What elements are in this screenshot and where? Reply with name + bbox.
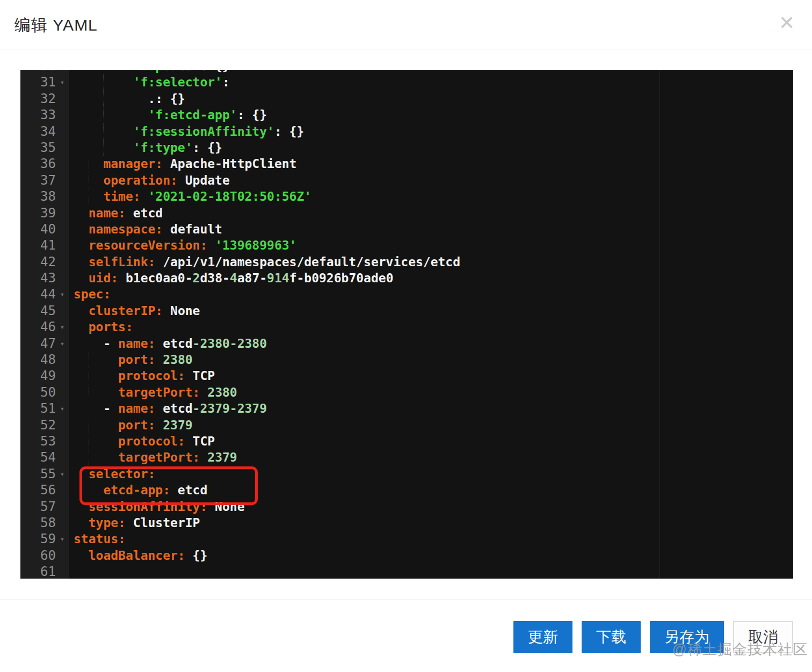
fold-gutter-slot (56, 237, 69, 253)
code-line: 45 clusterIP: None (20, 303, 793, 319)
fold-gutter-slot (56, 564, 69, 579)
code-line: 56 etcd-app: etcd (20, 482, 793, 498)
code-line: 49 protocol: TCP (20, 368, 793, 384)
close-button[interactable]: ✕ (774, 11, 799, 35)
code-text: uid: b1ec0aa0-2d38-4a87-914f-b0926b70ade… (69, 270, 793, 286)
code-line: 38 time: '2021-02-18T02:50:56Z' (20, 188, 793, 204)
code-text: protocol: TCP (69, 433, 793, 449)
code-text: selector: (69, 466, 793, 482)
line-number: 32 (20, 91, 56, 107)
code-text: namespace: default (69, 221, 793, 237)
code-text: 'f:type': {} (69, 140, 793, 156)
code-text: 'f:ports': {} (69, 70, 793, 74)
fold-gutter-slot (56, 91, 69, 107)
fold-gutter-slot (56, 384, 69, 400)
code-text: - name: etcd-2379-2379 (69, 400, 793, 417)
fold-arrow-icon[interactable]: ▾ (56, 466, 69, 482)
line-number: 40 (20, 221, 56, 237)
indent-guide (89, 156, 89, 172)
code-line: 55▾ selector: (20, 466, 793, 482)
code-text: 'f:etcd-app': {} (69, 107, 793, 123)
footer-buttons: 更新下载另存为取消 (513, 621, 793, 653)
indent-guide (103, 91, 104, 107)
fold-arrow-icon[interactable]: ▾ (56, 335, 69, 352)
fold-gutter-slot (56, 156, 69, 172)
line-number: 52 (20, 417, 56, 433)
indent-guide (89, 368, 89, 384)
fold-gutter-slot (56, 205, 69, 221)
code-text: 'f:selector': (69, 74, 793, 90)
fold-arrow-icon[interactable]: ▾ (56, 531, 69, 547)
line-number: 30 (20, 70, 56, 74)
line-number: 36 (20, 156, 56, 172)
fold-gutter-slot (56, 482, 69, 498)
close-icon: ✕ (774, 11, 799, 35)
line-number: 34 (20, 123, 56, 140)
code-line: 36 manager: Apache-HttpClient (20, 156, 793, 172)
fold-gutter-slot (56, 547, 69, 564)
yaml-editor[interactable]: 30 'f:ports': {}31▾ 'f:selector':32 .: {… (20, 70, 793, 579)
code-line: 43 uid: b1ec0aa0-2d38-4a87-914f-b0926b70… (20, 270, 793, 286)
line-number: 56 (20, 482, 56, 498)
line-number: 54 (20, 449, 56, 465)
fold-arrow-icon[interactable]: ▾ (56, 319, 69, 335)
code-line: 61 (20, 564, 793, 579)
line-number: 44 (20, 286, 56, 302)
indent-guide (103, 140, 104, 156)
line-number: 48 (20, 352, 56, 368)
indent-guide (89, 188, 89, 204)
line-number: 61 (20, 564, 56, 579)
code-line: 39 name: etcd (20, 205, 793, 221)
indent-guide (89, 449, 89, 465)
code-text: manager: Apache-HttpClient (69, 156, 793, 172)
fold-arrow-icon[interactable]: ▾ (56, 74, 69, 90)
code-line: 53 protocol: TCP (20, 433, 793, 449)
code-line: 32 .: {} (20, 91, 793, 107)
cancel-button[interactable]: 取消 (733, 621, 793, 653)
code-text: spec: (69, 286, 793, 302)
code-text (69, 564, 793, 579)
yaml-lines: 30 'f:ports': {}31▾ 'f:selector':32 .: {… (20, 70, 793, 579)
line-number: 38 (20, 188, 56, 204)
code-line: 41 resourceVersion: '139689963' (20, 237, 793, 253)
indent-guide (89, 172, 89, 188)
code-line: 33 'f:etcd-app': {} (20, 107, 793, 123)
code-text: status: (69, 531, 793, 547)
download-button[interactable]: 下载 (582, 621, 641, 653)
line-number: 60 (20, 547, 56, 564)
indent-guide (89, 352, 89, 368)
modal-title: 编辑 YAML (15, 14, 98, 36)
code-line: 30 'f:ports': {} (20, 70, 793, 74)
code-line: 54 targetPort: 2379 (20, 449, 793, 465)
line-number: 51 (20, 400, 56, 417)
fold-gutter-slot (56, 107, 69, 123)
code-line: 51▾ - name: etcd-2379-2379 (20, 400, 793, 417)
code-text: port: 2380 (69, 352, 793, 368)
code-line: 46▾ ports: (20, 319, 793, 335)
line-number: 55 (20, 466, 56, 482)
fold-gutter-slot (56, 368, 69, 384)
code-text: protocol: TCP (69, 368, 793, 384)
code-line: 44▾spec: (20, 286, 793, 302)
save-as-button[interactable]: 另存为 (650, 621, 724, 653)
code-text: type: ClusterIP (69, 515, 793, 531)
fold-gutter-slot (56, 188, 69, 204)
update-button[interactable]: 更新 (513, 621, 572, 653)
fold-gutter-slot (56, 449, 69, 465)
code-text: ports: (69, 319, 793, 335)
code-text: resourceVersion: '139689963' (69, 237, 793, 253)
line-number: 35 (20, 140, 56, 156)
fold-arrow-icon[interactable]: ▾ (56, 400, 69, 417)
indent-guide (103, 107, 104, 123)
code-line: 37 operation: Update (20, 172, 793, 188)
code-text: port: 2379 (69, 417, 793, 433)
code-text: loadBalancer: {} (69, 547, 793, 564)
line-number: 42 (20, 254, 56, 270)
indent-guide (103, 74, 104, 90)
fold-arrow-icon[interactable]: ▾ (56, 286, 69, 302)
line-number: 46 (20, 319, 56, 335)
line-number: 59 (20, 531, 56, 547)
code-line: 48 port: 2380 (20, 352, 793, 368)
line-number: 49 (20, 368, 56, 384)
indent-guide (89, 384, 89, 400)
